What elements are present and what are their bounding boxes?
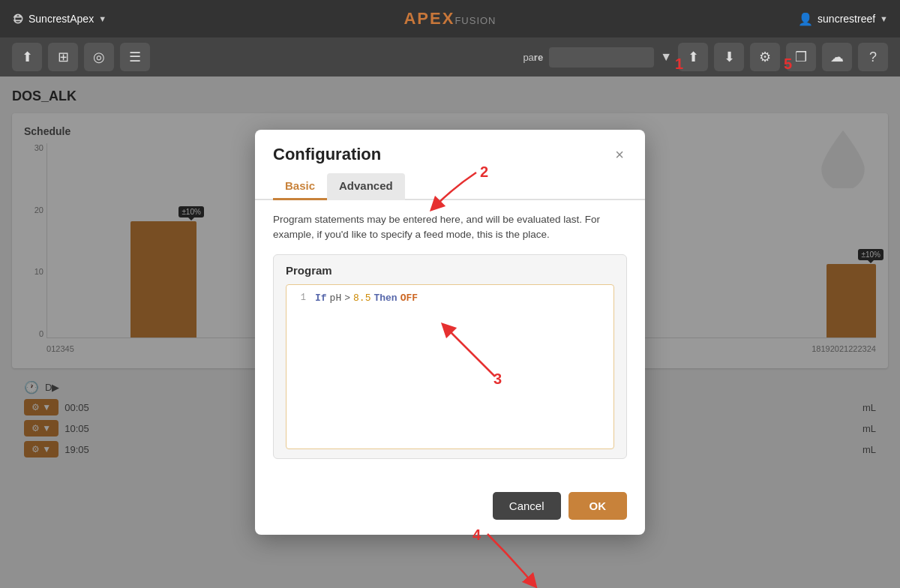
share-icon: ⬆ (688, 49, 699, 65)
code-line-1: 1 If pH > 8.5 Then OFF (294, 292, 606, 304)
download-button[interactable]: ⬇ (714, 43, 744, 71)
toolbar-left: ⬆ ⊞ ◎ ☰ (12, 43, 150, 71)
copy-button[interactable]: ❒ (786, 43, 816, 71)
grid-button[interactable]: ⊞ (48, 43, 78, 71)
table-button[interactable]: ☰ (120, 43, 150, 71)
program-label: Program (286, 264, 614, 277)
compare-label: pare (523, 52, 543, 63)
code-variable: pH (330, 292, 342, 304)
cloud-icon: ☁ (830, 49, 844, 65)
help-button[interactable]: ? (858, 43, 888, 71)
tab-advanced[interactable]: Advanced (327, 173, 405, 200)
app-logo: APEXFUSION (404, 9, 496, 28)
dialog-title: Configuration (273, 145, 381, 164)
compare-input[interactable] (549, 47, 654, 68)
site-selector[interactable]: SuncrestApex ▼ (12, 13, 106, 25)
dialog-footer: Cancel OK (255, 483, 645, 535)
dropdown-icon: ▼ (660, 50, 672, 64)
keyword-then: Then (374, 292, 397, 304)
tab-basic[interactable]: Basic (273, 173, 327, 200)
gear-icon: ⚙ (759, 49, 771, 65)
configuration-dialog: Configuration × Basic Advanced Program s… (255, 130, 645, 536)
ok-button[interactable]: OK (568, 492, 628, 520)
dialog-tabs: Basic Advanced (255, 164, 645, 200)
top-nav: SuncrestApex ▼ APEXFUSION 👤 suncrestreef… (0, 0, 900, 38)
close-button[interactable]: × (612, 147, 627, 162)
code-number: 8.5 (353, 292, 370, 304)
settings-button[interactable]: ⚙ (750, 43, 780, 71)
help-icon: ? (869, 50, 877, 65)
share-button[interactable]: ⬆ (678, 43, 708, 71)
site-name: SuncrestApex (28, 13, 94, 25)
username: suncrestreef (818, 13, 875, 25)
cancel-button[interactable]: Cancel (493, 492, 561, 520)
toolbar: ⬆ ⊞ ◎ ☰ pare ▼ ⬆ ⬇ ⚙ ❒ ☁ ? (0, 38, 900, 76)
copy-icon: ❒ (795, 49, 807, 65)
keyword-if: If (315, 292, 327, 304)
keyword-off: OFF (400, 292, 418, 304)
toolbar-right: pare ▼ ⬆ ⬇ ⚙ ❒ ☁ ? (523, 43, 888, 71)
annotation-arrow-4: 4 (465, 526, 555, 588)
code-operator: > (344, 292, 350, 304)
circle-button[interactable]: ◎ (84, 43, 114, 71)
description-text: Program statements may be entered here, … (273, 212, 627, 243)
code-editor[interactable]: 1 If pH > 8.5 Then OFF (286, 284, 614, 449)
user-menu[interactable]: 👤 suncrestreef ▼ (798, 12, 888, 26)
line-number: 1 (294, 292, 306, 303)
upload-button[interactable]: ⬆ (12, 43, 42, 71)
code-content: If pH > 8.5 Then OFF (315, 292, 418, 304)
program-box: Program 1 If pH > 8.5 Then OFF (273, 254, 627, 459)
user-dropdown-icon[interactable]: ▼ (880, 14, 888, 23)
dialog-body: Program statements may be entered here, … (255, 200, 645, 484)
main-area: DOS_ALK Schedule 30 20 10 0 ±10% (0, 76, 900, 588)
cloud-button[interactable]: ☁ (822, 43, 852, 71)
download-icon: ⬇ (724, 49, 735, 65)
dialog-header: Configuration × (255, 130, 645, 164)
site-dropdown-icon[interactable]: ▼ (98, 14, 106, 23)
modal-overlay: Configuration × Basic Advanced Program s… (0, 76, 900, 588)
